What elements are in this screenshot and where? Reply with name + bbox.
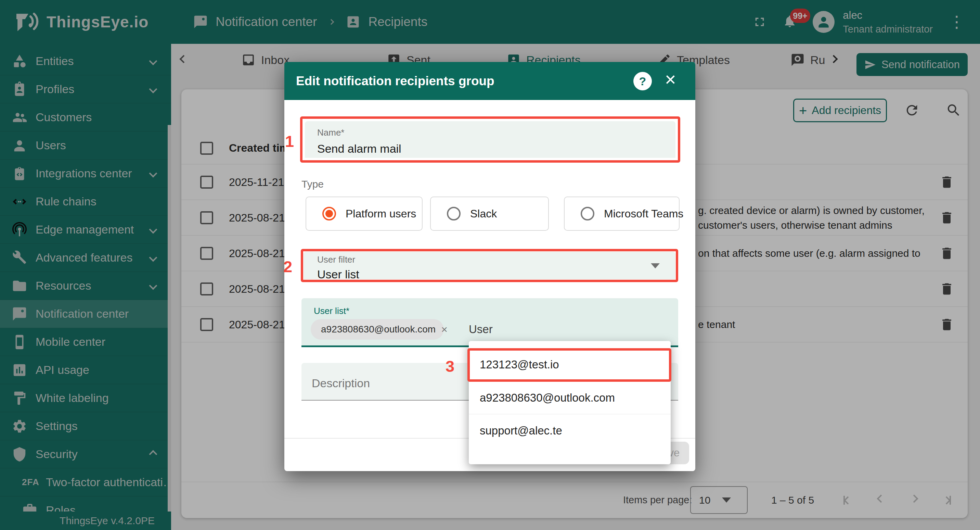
user-list-input[interactable]: User bbox=[469, 323, 493, 336]
radio-selected-icon[interactable] bbox=[322, 207, 336, 220]
annotation-number-1: 1 bbox=[285, 132, 294, 151]
user-list-field[interactable]: User list* a923808630@outlook.com × User bbox=[301, 298, 678, 347]
type-option-slack[interactable]: Slack bbox=[430, 196, 549, 231]
help-button[interactable]: ? bbox=[633, 72, 652, 90]
radio-unselected-icon[interactable] bbox=[581, 207, 594, 220]
annotation-number-3: 3 bbox=[445, 357, 454, 375]
radio-unselected-icon[interactable] bbox=[447, 207, 461, 220]
close-icon[interactable]: × bbox=[665, 68, 676, 90]
user-chip-text: a923808630@outlook.com bbox=[321, 324, 436, 335]
modal-header: Edit notification recipients group ? × bbox=[284, 62, 695, 100]
radio-label: Microsoft Teams bbox=[604, 208, 683, 220]
type-label: Type bbox=[301, 178, 324, 190]
annotation-box-1 bbox=[300, 117, 680, 163]
page-root: ThingsEye.io Notification center Recipie… bbox=[0, 0, 980, 530]
annotation-box-3 bbox=[468, 348, 671, 382]
user-list-label: User list* bbox=[314, 306, 349, 316]
type-option-platform-users[interactable]: Platform users bbox=[305, 196, 423, 231]
user-chip[interactable]: a923808630@outlook.com × bbox=[311, 319, 444, 340]
radio-label: Slack bbox=[470, 208, 497, 220]
annotation-box-2 bbox=[301, 249, 678, 282]
annotation-number-2: 2 bbox=[283, 257, 292, 276]
autocomplete-option-a923808630-outlook-com[interactable]: a923808630@outlook.com bbox=[469, 381, 671, 414]
description-label: Description bbox=[312, 377, 370, 390]
chip-remove-icon[interactable]: × bbox=[441, 323, 447, 336]
radio-label: Platform users bbox=[345, 208, 416, 220]
modal-title: Edit notification recipients group bbox=[296, 74, 495, 88]
type-option-microsoft-teams[interactable]: Microsoft Teams bbox=[564, 196, 679, 231]
autocomplete-option-support-alec-te[interactable]: support@alec.te bbox=[469, 414, 671, 447]
